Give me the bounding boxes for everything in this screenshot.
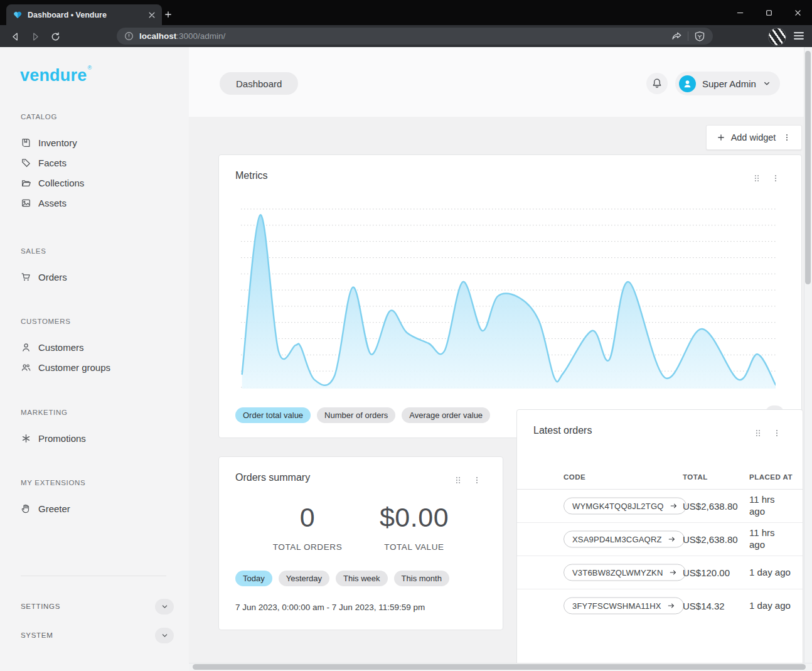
- tab-close-icon[interactable]: [147, 10, 157, 20]
- window-maximize-button[interactable]: [754, 0, 783, 25]
- sidebar-group-system[interactable]: SYSTEM: [21, 626, 174, 645]
- metrics-chart: [241, 208, 776, 389]
- forward-button[interactable]: [28, 29, 43, 44]
- total-value-label: TOTAL VALUE: [361, 542, 467, 552]
- minimize-icon: [735, 8, 745, 18]
- sidebar-item-label: Customer groups: [38, 362, 110, 373]
- metric-chip-number-of-orders[interactable]: Number of orders: [317, 407, 395, 423]
- horizontal-scrollbar-thumb[interactable]: [193, 664, 806, 670]
- main-content: Dashboard Super Admin Add widget Metrics: [189, 47, 812, 671]
- user-icon: [682, 78, 693, 89]
- order-code: WYMGK4TQQ8JL2TGQ: [572, 502, 664, 511]
- sidebar-item-facets[interactable]: Facets: [0, 153, 189, 173]
- browser-titlebar: Dashboard • Vendure: [0, 0, 812, 25]
- window-close-button[interactable]: [783, 0, 812, 25]
- breadcrumb[interactable]: Dashboard: [220, 72, 298, 95]
- site-info-icon[interactable]: [124, 31, 134, 41]
- vendure-logo: vendure®: [20, 65, 92, 85]
- arrow-right-icon: [670, 502, 678, 510]
- column-header-code: CODE: [564, 473, 585, 481]
- metric-selector-chips: Order total valueNumber of ordersAverage…: [235, 407, 490, 423]
- reload-button[interactable]: [48, 29, 63, 44]
- orders-summary-widget: Orders summary 0 TOTAL ORDERS $0.00 TOTA…: [218, 456, 503, 630]
- chevron-down-icon: [161, 603, 169, 611]
- chevron-down-icon: [762, 79, 771, 88]
- order-code: 3FY7FSCWSHMA11HX: [572, 601, 661, 611]
- expand-button[interactable]: [155, 599, 174, 615]
- kebab-menu-icon[interactable]: [771, 174, 780, 183]
- horizontal-scrollbar[interactable]: [189, 663, 812, 671]
- range-tab-yesterday[interactable]: Yesterday: [279, 571, 329, 586]
- url-host: localhost: [139, 31, 176, 41]
- metric-chip-order-total-value[interactable]: Order total value: [235, 407, 311, 423]
- order-code-button[interactable]: XSA9PD4LM3CGAQRZ: [564, 531, 685, 548]
- expand-button[interactable]: [155, 628, 174, 643]
- order-total: US$120.00: [683, 567, 730, 578]
- order-total: US$2,638.80: [683, 501, 738, 512]
- order-placed-at: 1 day ago: [749, 567, 791, 579]
- sidebar-item-customer-groups[interactable]: Customer groups: [0, 357, 189, 377]
- forward-icon: [30, 31, 41, 42]
- sidebar-item-label: Greeter: [38, 503, 70, 514]
- logo-registered-mark: ®: [87, 65, 92, 71]
- add-widget-label: Add widget: [731, 132, 776, 142]
- share-icon[interactable]: [671, 31, 682, 42]
- new-tab-button[interactable]: [161, 7, 176, 22]
- table-row: WYMGK4TQQ8JL2TGQUS$2,638.8011 hrs ago: [517, 489, 803, 522]
- bell-icon: [651, 78, 663, 89]
- url-bar[interactable]: localhost:3000/admin/: [117, 28, 713, 45]
- range-tab-today[interactable]: Today: [235, 571, 272, 586]
- add-widget-kebab-icon[interactable]: [783, 133, 791, 142]
- user-menu[interactable]: Super Admin: [675, 72, 780, 95]
- sidebar-item-orders[interactable]: Orders: [0, 267, 189, 287]
- order-placed-at: 11 hrs ago: [749, 527, 791, 551]
- order-placed-at: 11 hrs ago: [749, 494, 791, 518]
- sidebar-section-label: MY EXTENSIONS: [0, 473, 189, 492]
- window-minimize-button[interactable]: [725, 0, 754, 25]
- table-row: 3FY7FSCWSHMA11HXUS$14.321 day ago: [517, 589, 803, 622]
- sidebar-item-promotions[interactable]: Promotions: [0, 428, 189, 448]
- range-tab-this-week[interactable]: This week: [336, 571, 388, 586]
- metric-chip-average-order-value[interactable]: Average order value: [402, 407, 490, 423]
- date-range-tabs: TodayYesterdayThis weekThis month: [235, 571, 449, 586]
- drag-handle-icon[interactable]: [454, 476, 462, 485]
- user-avatar: [679, 75, 696, 92]
- browser-profile-avatar[interactable]: [768, 28, 786, 46]
- promotions-icon: [21, 433, 31, 444]
- widget-title: Latest orders: [533, 425, 592, 436]
- vertical-scrollbar-thumb[interactable]: [805, 51, 811, 284]
- sidebar-item-inventory[interactable]: Inventory: [0, 132, 189, 153]
- kebab-menu-icon[interactable]: [473, 476, 481, 485]
- browser-menu-icon[interactable]: [792, 29, 806, 43]
- total-value-stat: $0.00 TOTAL VALUE: [361, 502, 467, 552]
- sidebar-section: SALESOrders: [0, 242, 189, 287]
- total-value-value: $0.00: [361, 502, 467, 533]
- add-widget-button[interactable]: Add widget: [706, 125, 802, 150]
- sidebar-section-label: CATALOG: [0, 107, 189, 126]
- notifications-button[interactable]: [646, 73, 668, 94]
- widget-title: Orders summary: [235, 472, 310, 483]
- sidebar-divider: [21, 576, 166, 576]
- kebab-menu-icon[interactable]: [772, 429, 781, 437]
- arrow-right-icon: [667, 602, 675, 610]
- range-tab-this-month[interactable]: This month: [394, 571, 449, 586]
- metrics-widget: Metrics Order total valueNumber of order…: [218, 154, 802, 438]
- order-code-button[interactable]: WYMGK4TQQ8JL2TGQ: [564, 498, 686, 515]
- sidebar-section: MY EXTENSIONSGreeter: [0, 473, 189, 518]
- drag-handle-icon[interactable]: [754, 429, 762, 437]
- order-code-button[interactable]: V3T6BW8ZQLWMYZKN: [564, 564, 686, 581]
- browser-tab[interactable]: Dashboard • Vendure: [6, 4, 162, 25]
- close-icon: [793, 8, 803, 18]
- back-button[interactable]: [8, 29, 23, 44]
- sidebar-item-customers[interactable]: Customers: [0, 337, 189, 357]
- sidebar-item-collections[interactable]: Collections: [0, 173, 189, 193]
- vertical-scrollbar[interactable]: [804, 47, 812, 663]
- order-code-button[interactable]: 3FY7FSCWSHMA11HX: [564, 598, 684, 615]
- sidebar-item-assets[interactable]: Assets: [0, 193, 189, 213]
- brave-shield-icon[interactable]: [694, 31, 705, 42]
- drag-handle-icon[interactable]: [752, 174, 761, 183]
- sidebar-group-settings[interactable]: SETTINGS: [21, 597, 174, 616]
- sidebar: vendure® CATALOGInventoryFacetsCollectio…: [0, 47, 190, 671]
- sidebar-item-greeter[interactable]: Greeter: [0, 498, 189, 518]
- tab-title: Dashboard • Vendure: [28, 11, 142, 19]
